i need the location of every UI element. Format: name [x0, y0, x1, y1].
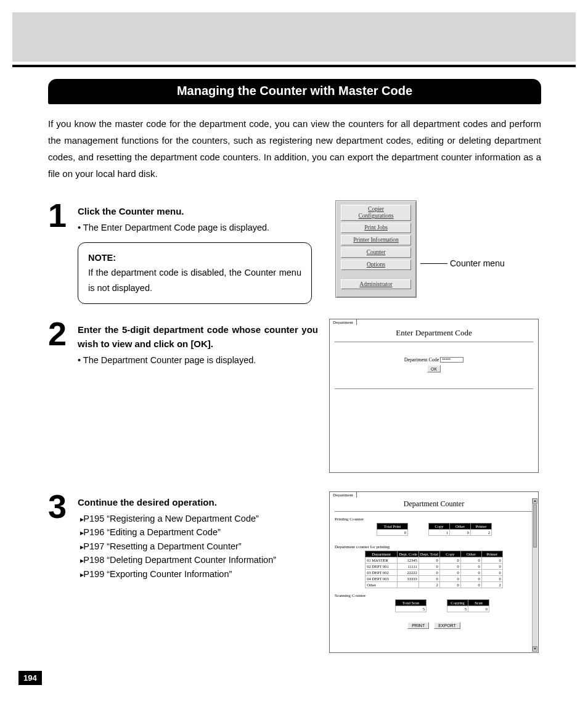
step-body: Click the Counter menu. The Enter Depart… — [78, 200, 324, 304]
note-box: NOTE: If the department code is disabled… — [78, 242, 312, 304]
th-other: Other — [450, 523, 471, 529]
step-2-figure: Department Enter Department Code Departm… — [329, 319, 539, 473]
header-rule — [12, 65, 576, 67]
table-row: 03 DEPT 002222220000 — [365, 569, 503, 575]
th-dept-total: Dept. Total — [419, 551, 439, 557]
step-3-figure: Department ▲ ▼ Department Counter Printi… — [329, 491, 539, 653]
enter-code-title: Enter Department Code — [330, 319, 538, 338]
th-copy: Copy — [439, 551, 460, 557]
th-dept-code: Dept. Code — [398, 551, 419, 557]
menu-print-jobs-button[interactable]: Print Jobs — [341, 223, 411, 233]
step-number: 1 — [48, 200, 78, 231]
menu-screenshot: Copier Configurations Print Jobs Printer… — [335, 200, 417, 298]
divider — [335, 342, 533, 342]
cross-ref: P198 “Deleting Department Counter Inform… — [80, 553, 318, 567]
step-bullet: The Department Counter page is displayed… — [78, 353, 318, 367]
th-printer: Printer — [471, 523, 492, 529]
dept-counter-title: Department Counter — [333, 492, 534, 509]
th-printer: Printer — [481, 551, 502, 557]
cross-ref: P199 “Exporting Counter Information” — [80, 567, 318, 581]
th-scan: Scan — [468, 599, 489, 605]
divider — [335, 388, 533, 389]
scanning-counter-label: Scanning Counter — [335, 593, 534, 598]
step-bullet: The Enter Department Code page is displa… — [78, 221, 324, 234]
th-copying: Copying — [447, 599, 468, 605]
table-row: 01 MASTER123450000 — [365, 557, 503, 563]
scrollbar[interactable]: ▲ ▼ — [532, 498, 537, 652]
step-body: Continue the desired operation. P195 “Re… — [78, 491, 318, 581]
enter-code-form: Department Code OK — [330, 357, 538, 373]
scroll-down-icon[interactable]: ▼ — [533, 646, 537, 652]
printing-counter-table: Total Print Copy Other Printer 0 1 0 2 — [377, 523, 492, 536]
print-button[interactable]: PRINT — [407, 622, 429, 629]
th-total-scan: Total Scan — [396, 599, 427, 605]
action-buttons: PRINT EXPORT — [333, 618, 534, 630]
content: Managing the Counter with Master Code If… — [48, 79, 541, 653]
step-title: Continue the desired operation. — [78, 495, 318, 509]
menu-copier-config-button[interactable]: Copier Configurations — [341, 205, 411, 221]
scroll-thumb[interactable] — [533, 504, 537, 548]
cross-ref: P196 “Editing a Department Code” — [80, 525, 318, 539]
dept-counter-table: Department Dept. Code Dept. Total Copy O… — [365, 551, 503, 588]
table-row: 02 DEPT 001111110000 — [365, 563, 503, 569]
scanning-counter-table: Total Scan Copying Scan 5 5 0 — [395, 599, 489, 612]
department-code-input[interactable] — [440, 357, 463, 363]
th-total-print: Total Print — [377, 523, 408, 529]
menu-administrator-button[interactable]: Administrator — [341, 279, 411, 290]
menu-options-button[interactable]: Options — [341, 260, 411, 270]
th-other: Other — [460, 551, 481, 557]
menu-counter-button[interactable]: Counter — [341, 247, 411, 258]
export-button[interactable]: EXPORT — [434, 622, 460, 629]
step-body: Enter the 5-digit department code whose … — [78, 319, 318, 367]
callout: Counter menu — [417, 258, 505, 268]
table-row: 5 5 0 — [396, 605, 489, 612]
step-title: Click the Counter menu. — [78, 204, 324, 218]
cross-ref: P197 “Resetting a Department Counter” — [80, 540, 318, 553]
tab-department[interactable]: Department — [329, 491, 357, 498]
note-text: If the department code is disabled, the … — [88, 265, 301, 295]
department-code-label: Department Code — [404, 357, 439, 363]
th-department: Department — [365, 551, 398, 557]
tab-department[interactable]: Department — [329, 319, 357, 325]
step-title: Enter the 5-digit department code whose … — [78, 322, 318, 351]
step-number: 2 — [48, 319, 78, 349]
step-1-figure: Copier Configurations Print Jobs Printer… — [335, 200, 505, 298]
note-label: NOTE: — [88, 250, 301, 266]
table-row: 0 1 0 2 — [377, 529, 492, 535]
table-row: Other2002 — [365, 581, 503, 588]
header-band — [12, 12, 576, 62]
scroll-up-icon[interactable]: ▲ — [533, 498, 537, 504]
step-1: 1 Click the Counter menu. The Enter Depa… — [48, 200, 541, 304]
page: Managing the Counter with Master Code If… — [0, 0, 588, 706]
step-3: 3 Continue the desired operation. P195 “… — [48, 491, 541, 653]
divider — [335, 511, 533, 512]
menu-printer-info-button[interactable]: Printer Information — [341, 235, 411, 245]
printing-counter-label: Printing Counter — [335, 517, 534, 522]
callout-label: Counter menu — [450, 258, 505, 268]
dept-counter-screenshot: Department ▲ ▼ Department Counter Printi… — [329, 491, 539, 653]
table-row: 04 DEPT 003333330000 — [365, 575, 503, 581]
callout-line — [420, 263, 447, 264]
cross-ref: P195 “Registering a New Department Code” — [80, 512, 318, 525]
section-heading: Managing the Counter with Master Code — [48, 79, 541, 104]
enter-code-screenshot: Department Enter Department Code Departm… — [329, 319, 539, 473]
ok-button[interactable]: OK — [427, 365, 441, 372]
th-copy: Copy — [429, 523, 450, 529]
dept-printing-label: Department counter for printing — [335, 544, 534, 549]
step-2: 2 Enter the 5-digit department code whos… — [48, 319, 541, 473]
intro-paragraph: If you know the master code for the depa… — [48, 115, 541, 182]
page-number: 194 — [18, 671, 42, 685]
step-number: 3 — [48, 491, 78, 522]
